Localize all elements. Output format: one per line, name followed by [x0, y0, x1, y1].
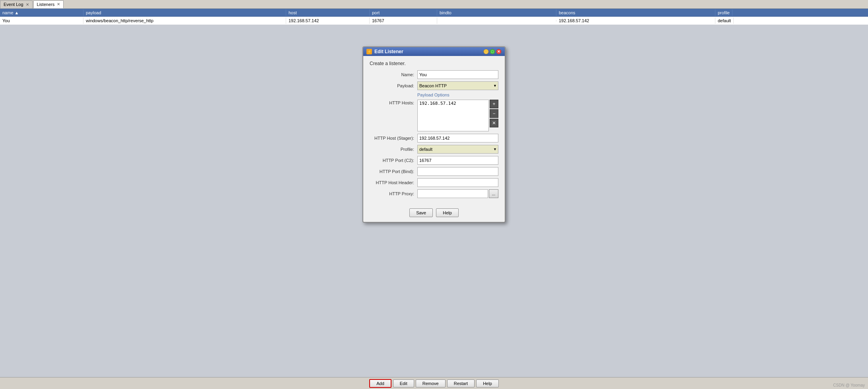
- col-header-port[interactable]: port: [370, 10, 437, 16]
- col-header-beacons[interactable]: beacons: [556, 10, 715, 16]
- col-header-host[interactable]: host: [286, 10, 370, 16]
- http-port-bind-input[interactable]: [417, 167, 498, 176]
- tab-listeners[interactable]: Listeners ✕: [33, 0, 64, 8]
- profile-select[interactable]: default: [417, 145, 498, 154]
- tab-event-log-close[interactable]: ✕: [26, 2, 29, 7]
- edit-button[interactable]: Edit: [393, 379, 414, 387]
- col-header-profile[interactable]: profile: [715, 10, 732, 16]
- http-proxy-input[interactable]: [417, 189, 488, 198]
- http-hosts-clear-button[interactable]: ✕: [490, 119, 498, 127]
- dialog-titlebar-left: ⚡ Edit Listener: [366, 49, 403, 54]
- name-input[interactable]: [417, 70, 498, 79]
- dialog-footer: Save Help: [363, 205, 505, 222]
- cell-profile: default: [715, 17, 734, 24]
- http-hosts-row: HTTP Hosts: 192.168.57.142 + − ✕: [370, 100, 498, 131]
- help-toolbar-button[interactable]: Help: [476, 379, 499, 387]
- col-header-bindto[interactable]: bindto: [437, 10, 556, 16]
- tab-event-log[interactable]: Event Log ✕: [0, 0, 33, 8]
- bottom-toolbar: Add Edit Remove Restart Help CSDN @ Yoom…: [0, 377, 868, 389]
- tab-listeners-close[interactable]: ✕: [57, 2, 60, 6]
- http-proxy-browse-button[interactable]: ...: [489, 189, 498, 198]
- restart-button[interactable]: Restart: [447, 379, 475, 387]
- payload-select[interactable]: Beacon HTTP: [417, 81, 498, 90]
- http-host-stager-label: HTTP Host (Stager):: [370, 136, 417, 141]
- listeners-table: name ▲ payload host port bindto beacons …: [0, 9, 868, 25]
- edit-listener-dialog: ⚡ Edit Listener _ □ ✕ Create a listener.…: [362, 46, 506, 223]
- tab-bar: Event Log ✕ Listeners ✕: [0, 0, 868, 9]
- dialog-title: Edit Listener: [374, 49, 403, 54]
- cell-bindto: [437, 20, 556, 21]
- payload-row: Payload: Beacon HTTP ▼: [370, 81, 498, 90]
- save-button[interactable]: Save: [409, 208, 433, 217]
- http-host-header-label: HTTP Host Header:: [370, 180, 417, 185]
- cell-payload: windows/beacon_http/reverse_http: [83, 17, 286, 24]
- dialog-app-icon: ⚡: [366, 49, 372, 54]
- http-hosts-add-button[interactable]: +: [490, 100, 498, 108]
- payload-select-wrapper: Beacon HTTP ▼: [417, 81, 498, 90]
- http-port-c2-row: HTTP Port (C2):: [370, 156, 498, 165]
- http-host-header-input[interactable]: [417, 178, 498, 187]
- remove-button[interactable]: Remove: [416, 379, 446, 387]
- table-row[interactable]: You windows/beacon_http/reverse_http 192…: [0, 17, 868, 25]
- http-hosts-remove-button[interactable]: −: [490, 109, 498, 118]
- cell-name: You: [0, 17, 83, 24]
- http-hosts-buttons: + − ✕: [490, 100, 498, 127]
- add-button[interactable]: Add: [369, 379, 391, 388]
- http-port-bind-label: HTTP Port (Bind):: [370, 169, 417, 174]
- http-proxy-row: HTTP Proxy: ...: [370, 189, 498, 198]
- cell-host: 192.168.57.142: [286, 17, 370, 24]
- col-header-name[interactable]: name ▲: [0, 10, 83, 16]
- dialog-maximize-button[interactable]: □: [490, 49, 495, 54]
- profile-row: Profile: default ▼: [370, 145, 498, 154]
- http-hosts-label: HTTP Hosts:: [370, 100, 417, 105]
- create-listener-text: Create a listener.: [370, 61, 498, 66]
- tab-listeners-label: Listeners: [37, 2, 55, 7]
- profile-select-wrapper: default ▼: [417, 145, 498, 154]
- http-port-c2-label: HTTP Port (C2):: [370, 158, 417, 163]
- http-host-stager-input[interactable]: [417, 134, 498, 143]
- cell-beacons: 192.168.57.142: [556, 17, 715, 24]
- tab-event-log-label: Event Log: [4, 2, 23, 7]
- col-header-payload[interactable]: payload: [83, 10, 286, 16]
- table-header: name ▲ payload host port bindto beacons …: [0, 9, 868, 17]
- name-label: Name:: [370, 72, 417, 77]
- http-port-c2-input[interactable]: [417, 156, 498, 165]
- payload-label: Payload:: [370, 83, 417, 88]
- name-row: Name:: [370, 70, 498, 79]
- http-host-stager-row: HTTP Host (Stager):: [370, 134, 498, 143]
- help-button[interactable]: Help: [436, 208, 459, 217]
- cell-port: 16767: [370, 17, 437, 24]
- payload-options-header: Payload Options: [417, 92, 498, 97]
- dialog-window-controls: _ □ ✕: [483, 49, 502, 54]
- http-port-bind-row: HTTP Port (Bind):: [370, 167, 498, 176]
- http-proxy-label: HTTP Proxy:: [370, 191, 417, 196]
- profile-label: Profile:: [370, 147, 417, 152]
- dialog-titlebar: ⚡ Edit Listener _ □ ✕: [363, 47, 505, 56]
- http-hosts-textarea[interactable]: 192.168.57.142: [417, 100, 489, 131]
- dialog-minimize-button[interactable]: _: [483, 49, 489, 54]
- dialog-close-button[interactable]: ✕: [496, 49, 502, 54]
- http-host-header-row: HTTP Host Header:: [370, 178, 498, 187]
- watermark: CSDN @ Yoomay: [833, 383, 865, 387]
- dialog-body: Create a listener. Name: Payload: Beacon…: [363, 56, 505, 205]
